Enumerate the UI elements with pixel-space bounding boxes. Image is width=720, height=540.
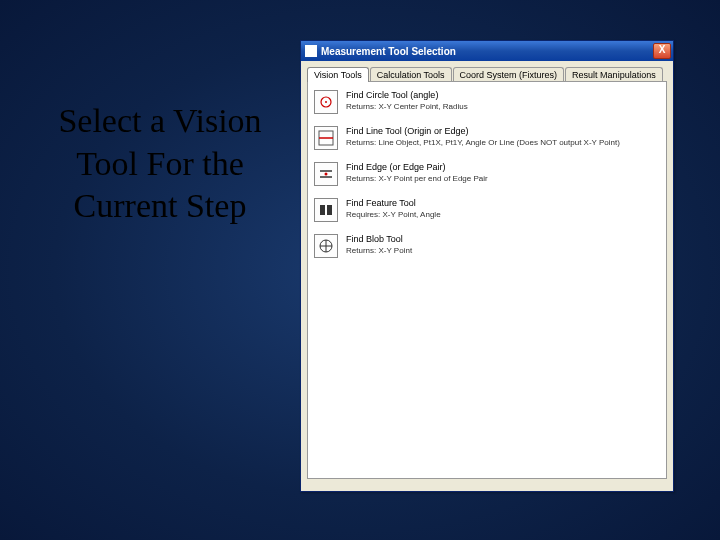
tool-text: Find Circle Tool (angle) Returns: X-Y Ce…: [346, 90, 660, 111]
window-body: Vision Tools Calculation Tools Coord Sys…: [301, 61, 673, 491]
tab-result-manipulations[interactable]: Result Manipulations: [565, 67, 663, 82]
tool-text: Find Edge (or Edge Pair) Returns: X-Y Po…: [346, 162, 660, 183]
tab-calculation-tools[interactable]: Calculation Tools: [370, 67, 452, 82]
blob-tool-icon: [314, 234, 338, 258]
tab-vision-tools[interactable]: Vision Tools: [307, 67, 369, 82]
measurement-tool-window: Measurement Tool Selection X Vision Tool…: [300, 40, 674, 492]
tool-text: Find Feature Tool Requires: X-Y Point, A…: [346, 198, 660, 219]
tool-row-blob[interactable]: Find Blob Tool Returns: X-Y Point: [314, 234, 660, 258]
window-title: Measurement Tool Selection: [321, 46, 653, 57]
tool-title: Find Edge (or Edge Pair): [346, 162, 660, 172]
svg-rect-7: [320, 205, 325, 215]
svg-rect-8: [327, 205, 332, 215]
tool-title: Find Circle Tool (angle): [346, 90, 660, 100]
tool-desc: Returns: Line Object, Pt1X, Pt1Y, Angle …: [346, 138, 660, 147]
tool-title: Find Feature Tool: [346, 198, 660, 208]
tool-row-circle[interactable]: Find Circle Tool (angle) Returns: X-Y Ce…: [314, 90, 660, 114]
tool-text: Find Line Tool (Origin or Edge) Returns:…: [346, 126, 660, 147]
tool-text: Find Blob Tool Returns: X-Y Point: [346, 234, 660, 255]
tab-panel-vision-tools: Find Circle Tool (angle) Returns: X-Y Ce…: [307, 81, 667, 479]
window-titlebar: Measurement Tool Selection X: [301, 41, 673, 61]
tool-desc: Returns: X-Y Point: [346, 246, 660, 255]
app-icon: [305, 45, 317, 57]
tool-row-edge[interactable]: Find Edge (or Edge Pair) Returns: X-Y Po…: [314, 162, 660, 186]
tool-title: Find Blob Tool: [346, 234, 660, 244]
tool-desc: Requires: X-Y Point, Angle: [346, 210, 660, 219]
line-tool-icon: [314, 126, 338, 150]
tab-coord-system[interactable]: Coord System (Fixtures): [453, 67, 565, 82]
circle-tool-icon: [314, 90, 338, 114]
tool-desc: Returns: X-Y Point per end of Edge Pair: [346, 174, 660, 183]
svg-point-6: [325, 173, 328, 176]
close-button[interactable]: X: [653, 43, 671, 59]
tool-row-line[interactable]: Find Line Tool (Origin or Edge) Returns:…: [314, 126, 660, 150]
presentation-slide: Select a Vision Tool For the Current Ste…: [0, 0, 720, 540]
slide-caption: Select a Vision Tool For the Current Ste…: [30, 100, 290, 228]
feature-tool-icon: [314, 198, 338, 222]
edge-tool-icon: [314, 162, 338, 186]
tool-row-feature[interactable]: Find Feature Tool Requires: X-Y Point, A…: [314, 198, 660, 222]
tab-strip: Vision Tools Calculation Tools Coord Sys…: [307, 67, 667, 82]
tool-desc: Returns: X-Y Center Point, Radius: [346, 102, 660, 111]
tool-title: Find Line Tool (Origin or Edge): [346, 126, 660, 136]
svg-point-1: [325, 101, 327, 103]
